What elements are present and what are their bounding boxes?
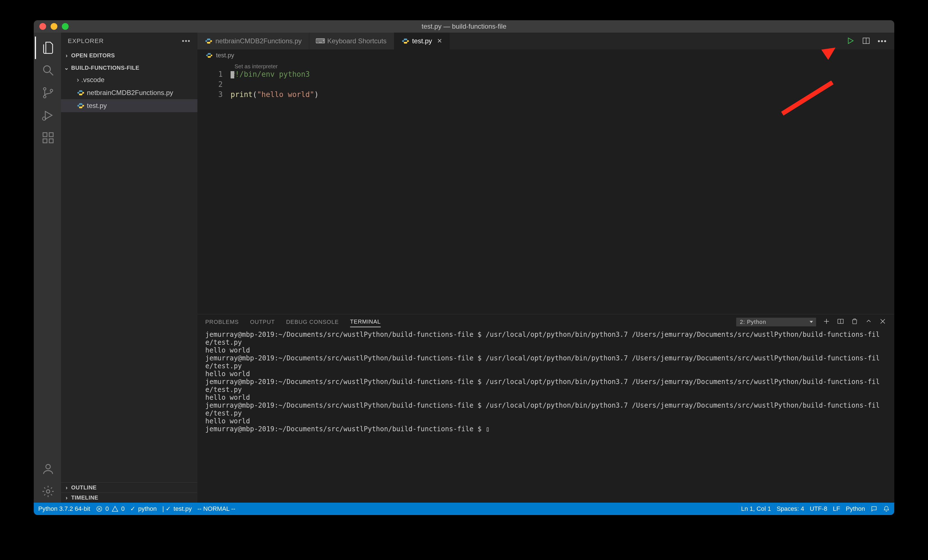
bottom-panel: PROBLEMS OUTPUT DEBUG CONSOLE TERMINAL 2… [197,314,894,503]
vscode-window: test.py — build-functions-file [34,20,894,515]
more-actions-icon[interactable]: ••• [878,37,887,46]
status-python-interpreter[interactable]: Python 3.7.2 64-bit [38,505,90,513]
code-content[interactable]: #!/bin/env python3 print("hello world") [230,61,319,314]
status-feedback-icon[interactable] [871,505,878,512]
window-title: test.py — build-functions-file [34,23,894,31]
debug-activity[interactable] [35,104,61,127]
window-controls [40,23,69,30]
close-tab-icon[interactable]: ✕ [437,37,442,45]
panel-tab-output[interactable]: OUTPUT [250,317,275,327]
tree-file-netbrain[interactable]: netbrainCMDB2Functions.py [61,86,197,99]
folder-section[interactable]: ⌄BUILD-FUNCTIONS-FILE [61,63,197,73]
search-activity[interactable] [35,59,61,81]
python-file-icon [205,52,213,60]
editor-cursor [230,71,234,78]
outline-section[interactable]: ›OUTLINE [61,482,197,493]
python-file-icon [401,37,409,45]
status-indent[interactable]: Spaces: 4 [777,505,804,513]
panel-tab-problems[interactable]: PROBLEMS [205,317,239,327]
close-panel-button[interactable] [879,318,886,327]
sidebar-more-icon[interactable]: ••• [182,37,191,45]
extensions-activity[interactable] [35,127,61,149]
terminal-output[interactable]: jemurray@mbp-2019:~/Documents/src/wustlP… [197,330,894,503]
status-problems[interactable]: 0 0 [96,505,125,513]
python-file-icon [205,37,212,45]
files-icon [41,41,55,55]
tree-folder-vscode[interactable]: › .vscode [61,73,197,86]
panel-tabs: PROBLEMS OUTPUT DEBUG CONSOLE TERMINAL 2… [197,314,894,330]
svg-rect-9 [49,133,53,137]
svg-point-10 [46,464,50,469]
chevron-right-icon: › [77,76,79,84]
activity-bar [34,33,61,503]
svg-rect-6 [43,133,47,137]
tree-file-test[interactable]: test.py [61,99,197,112]
python-file-icon [77,89,85,97]
extensions-icon [41,131,55,145]
branch-icon [41,86,55,99]
maximize-window[interactable] [62,23,69,30]
status-tests-python[interactable]: ✓ python [130,505,157,513]
status-cursor-position[interactable]: Ln 1, Col 1 [741,505,771,513]
maximize-panel-button[interactable] [865,318,872,327]
line-numbers: 1 2 3 [197,61,230,314]
status-language[interactable]: Python [846,505,865,513]
sidebar-title: EXPLORER [68,37,104,45]
python-file-icon [77,102,85,110]
kill-terminal-button[interactable] [851,318,858,327]
split-editor-button[interactable] [862,37,870,46]
keyboard-icon: ⌨ [317,37,325,45]
terminal-selector[interactable]: 2: Python [736,318,816,327]
status-bar: Python 3.7.2 64-bit 0 0 ✓ python | ✓ tes… [34,503,894,515]
status-vim-mode: -- NORMAL -- [197,505,235,513]
svg-line-1 [50,72,53,75]
status-eol[interactable]: LF [833,505,840,513]
editor-group: netbrainCMDB2Functions.py ⌨ Keyboard Sho… [197,33,894,503]
warning-icon [111,505,118,512]
svg-rect-7 [43,139,47,143]
code-editor[interactable]: Set as interpreter 1 2 3 #!/bin/env pyth… [197,61,894,314]
scm-activity[interactable] [35,81,61,104]
status-notifications-icon[interactable] [883,505,890,512]
tab-netbrain[interactable]: netbrainCMDB2Functions.py [197,33,309,49]
tab-test-py[interactable]: test.py ✕ [394,33,450,49]
minimize-window[interactable] [50,23,57,30]
code-lens-hint[interactable]: Set as interpreter [235,61,278,72]
svg-point-4 [50,89,53,92]
panel-tab-terminal[interactable]: TERMINAL [350,317,381,327]
open-editors-section[interactable]: ›OPEN EDITORS [61,50,197,60]
svg-point-2 [43,88,46,90]
account-activity[interactable] [35,458,61,480]
close-window[interactable] [40,23,46,30]
new-terminal-button[interactable] [823,318,830,327]
gear-icon [41,485,55,498]
search-icon [41,64,55,77]
explorer-sidebar: EXPLORER ••• ›OPEN EDITORS ⌄BUILD-FUNCTI… [61,33,197,503]
status-tests-file[interactable]: | ✓ test.py [162,505,192,513]
split-terminal-button[interactable] [837,318,844,327]
svg-point-3 [43,96,46,98]
breadcrumb[interactable]: test.py [197,49,894,61]
account-icon [41,462,55,476]
error-icon [96,505,103,512]
tab-keyboard-shortcuts[interactable]: ⌨ Keyboard Shortcuts [309,33,394,49]
sidebar-header: EXPLORER ••• [61,33,197,49]
svg-point-11 [46,490,50,493]
titlebar[interactable]: test.py — build-functions-file [34,20,894,33]
svg-rect-8 [49,139,53,143]
svg-point-0 [44,66,50,73]
play-bug-icon [41,108,55,122]
settings-activity[interactable] [35,480,61,503]
timeline-section[interactable]: ›TIMELINE [61,493,197,503]
run-file-button[interactable] [846,37,855,46]
panel-tab-debug-console[interactable]: DEBUG CONSOLE [286,317,339,327]
editor-tabs: netbrainCMDB2Functions.py ⌨ Keyboard Sho… [197,33,894,49]
explorer-activity[interactable] [35,37,61,59]
status-encoding[interactable]: UTF-8 [810,505,827,513]
